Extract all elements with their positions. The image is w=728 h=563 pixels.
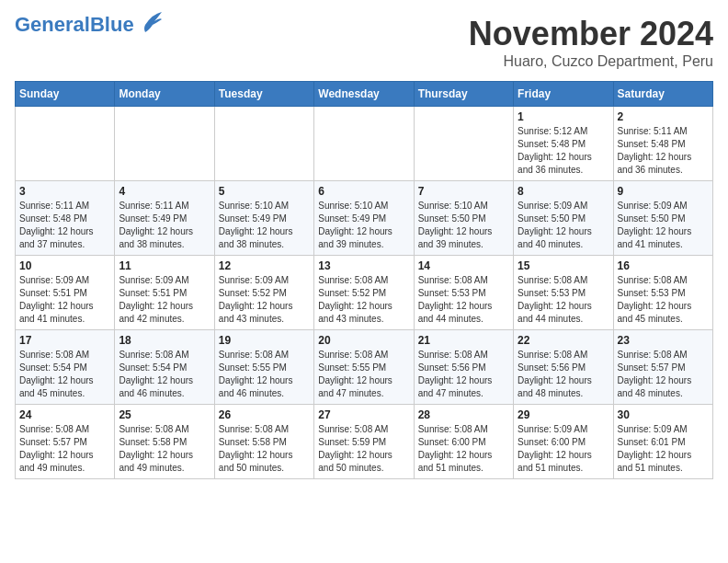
day-number: 23 (618, 334, 709, 347)
day-cell-27: 27Sunrise: 5:08 AM Sunset: 5:59 PM Dayli… (314, 405, 414, 479)
weekday-header-wednesday: Wednesday (314, 82, 414, 107)
day-number: 25 (119, 408, 210, 421)
day-number: 10 (19, 259, 110, 272)
day-cell-24: 24Sunrise: 5:08 AM Sunset: 5:57 PM Dayli… (16, 405, 115, 479)
day-number: 30 (618, 408, 709, 421)
day-cell-9: 9Sunrise: 5:09 AM Sunset: 5:50 PM Daylig… (613, 181, 712, 256)
day-info: Sunrise: 5:09 AM Sunset: 5:50 PM Dayligh… (618, 200, 709, 251)
day-cell-28: 28Sunrise: 5:08 AM Sunset: 6:00 PM Dayli… (414, 405, 513, 479)
day-info: Sunrise: 5:09 AM Sunset: 6:01 PM Dayligh… (618, 423, 709, 475)
title-block: November 2024 Huaro, Cuzco Department, P… (469, 15, 713, 70)
day-number: 14 (418, 259, 509, 272)
day-info: Sunrise: 5:11 AM Sunset: 5:49 PM Dayligh… (119, 200, 210, 251)
day-number: 24 (19, 408, 110, 421)
day-cell-2: 2Sunrise: 5:11 AM Sunset: 5:48 PM Daylig… (613, 107, 712, 181)
weekday-header-friday: Friday (514, 82, 613, 107)
day-number: 28 (418, 408, 509, 421)
day-number: 18 (119, 334, 210, 347)
day-info: Sunrise: 5:08 AM Sunset: 5:54 PM Dayligh… (19, 349, 110, 400)
day-number: 13 (318, 259, 409, 272)
weekday-header-thursday: Thursday (414, 82, 513, 107)
empty-cell (314, 107, 414, 181)
day-cell-18: 18Sunrise: 5:08 AM Sunset: 5:54 PM Dayli… (115, 330, 214, 405)
week-row-5: 24Sunrise: 5:08 AM Sunset: 5:57 PM Dayli… (16, 405, 713, 479)
week-row-1: 1Sunrise: 5:12 AM Sunset: 5:48 PM Daylig… (16, 107, 713, 181)
day-info: Sunrise: 5:08 AM Sunset: 5:56 PM Dayligh… (518, 349, 609, 400)
day-cell-3: 3Sunrise: 5:11 AM Sunset: 5:48 PM Daylig… (16, 181, 115, 256)
day-info: Sunrise: 5:08 AM Sunset: 5:59 PM Dayligh… (318, 423, 409, 475)
day-info: Sunrise: 5:08 AM Sunset: 5:55 PM Dayligh… (318, 349, 409, 400)
day-number: 19 (219, 334, 310, 347)
day-info: Sunrise: 5:08 AM Sunset: 5:55 PM Dayligh… (219, 349, 310, 400)
day-info: Sunrise: 5:09 AM Sunset: 5:51 PM Dayligh… (19, 274, 110, 326)
day-info: Sunrise: 5:08 AM Sunset: 5:57 PM Dayligh… (19, 423, 110, 475)
day-cell-12: 12Sunrise: 5:09 AM Sunset: 5:52 PM Dayli… (214, 256, 313, 330)
weekday-header-monday: Monday (115, 82, 214, 107)
day-info: Sunrise: 5:09 AM Sunset: 5:52 PM Dayligh… (219, 274, 310, 326)
day-cell-22: 22Sunrise: 5:08 AM Sunset: 5:56 PM Dayli… (514, 330, 613, 405)
day-info: Sunrise: 5:08 AM Sunset: 5:58 PM Dayligh… (119, 423, 210, 475)
day-cell-4: 4Sunrise: 5:11 AM Sunset: 5:49 PM Daylig… (115, 181, 214, 256)
day-number: 15 (518, 259, 609, 272)
day-info: Sunrise: 5:08 AM Sunset: 5:53 PM Dayligh… (418, 274, 509, 326)
day-info: Sunrise: 5:11 AM Sunset: 5:48 PM Dayligh… (618, 125, 709, 177)
day-info: Sunrise: 5:09 AM Sunset: 5:50 PM Dayligh… (518, 200, 609, 251)
weekday-header-tuesday: Tuesday (214, 82, 313, 107)
day-cell-15: 15Sunrise: 5:08 AM Sunset: 5:53 PM Dayli… (514, 256, 613, 330)
day-cell-25: 25Sunrise: 5:08 AM Sunset: 5:58 PM Dayli… (115, 405, 214, 479)
empty-cell (115, 107, 214, 181)
day-info: Sunrise: 5:10 AM Sunset: 5:49 PM Dayligh… (318, 200, 409, 251)
empty-cell (16, 107, 115, 181)
empty-cell (214, 107, 313, 181)
day-info: Sunrise: 5:08 AM Sunset: 5:52 PM Dayligh… (318, 274, 409, 326)
day-info: Sunrise: 5:08 AM Sunset: 5:58 PM Dayligh… (219, 423, 310, 475)
weekday-header-sunday: Sunday (16, 82, 115, 107)
day-number: 12 (219, 259, 310, 272)
day-number: 2 (618, 110, 709, 123)
day-cell-19: 19Sunrise: 5:08 AM Sunset: 5:55 PM Dayli… (214, 330, 313, 405)
day-number: 4 (119, 185, 210, 198)
day-info: Sunrise: 5:08 AM Sunset: 5:54 PM Dayligh… (119, 349, 210, 400)
day-info: Sunrise: 5:10 AM Sunset: 5:49 PM Dayligh… (219, 200, 310, 251)
logo: GeneralBlue (15, 15, 162, 35)
week-row-2: 3Sunrise: 5:11 AM Sunset: 5:48 PM Daylig… (16, 181, 713, 256)
day-cell-30: 30Sunrise: 5:09 AM Sunset: 6:01 PM Dayli… (613, 405, 712, 479)
day-cell-26: 26Sunrise: 5:08 AM Sunset: 5:58 PM Dayli… (214, 405, 313, 479)
month-title: November 2024 (469, 15, 713, 53)
location: Huaro, Cuzco Department, Peru (469, 53, 713, 70)
day-info: Sunrise: 5:08 AM Sunset: 6:00 PM Dayligh… (418, 423, 509, 475)
day-number: 9 (618, 185, 709, 198)
day-cell-20: 20Sunrise: 5:08 AM Sunset: 5:55 PM Dayli… (314, 330, 414, 405)
day-info: Sunrise: 5:11 AM Sunset: 5:48 PM Dayligh… (19, 200, 110, 251)
day-cell-11: 11Sunrise: 5:09 AM Sunset: 5:51 PM Dayli… (115, 256, 214, 330)
day-cell-16: 16Sunrise: 5:08 AM Sunset: 5:53 PM Dayli… (613, 256, 712, 330)
day-number: 17 (19, 334, 110, 347)
day-info: Sunrise: 5:10 AM Sunset: 5:50 PM Dayligh… (418, 200, 509, 251)
logo-bird-icon (136, 12, 162, 32)
day-number: 3 (19, 185, 110, 198)
day-info: Sunrise: 5:08 AM Sunset: 5:53 PM Dayligh… (518, 274, 609, 326)
day-number: 8 (518, 185, 609, 198)
day-cell-23: 23Sunrise: 5:08 AM Sunset: 5:57 PM Dayli… (613, 330, 712, 405)
week-row-4: 17Sunrise: 5:08 AM Sunset: 5:54 PM Dayli… (16, 330, 713, 405)
day-number: 16 (618, 259, 709, 272)
day-cell-13: 13Sunrise: 5:08 AM Sunset: 5:52 PM Dayli… (314, 256, 414, 330)
day-cell-7: 7Sunrise: 5:10 AM Sunset: 5:50 PM Daylig… (414, 181, 513, 256)
day-number: 29 (518, 408, 609, 421)
day-info: Sunrise: 5:09 AM Sunset: 5:51 PM Dayligh… (119, 274, 210, 326)
day-cell-21: 21Sunrise: 5:08 AM Sunset: 5:56 PM Dayli… (414, 330, 513, 405)
day-cell-17: 17Sunrise: 5:08 AM Sunset: 5:54 PM Dayli… (16, 330, 115, 405)
day-info: Sunrise: 5:09 AM Sunset: 6:00 PM Dayligh… (518, 423, 609, 475)
day-cell-8: 8Sunrise: 5:09 AM Sunset: 5:50 PM Daylig… (514, 181, 613, 256)
day-number: 26 (219, 408, 310, 421)
day-number: 7 (418, 185, 509, 198)
day-info: Sunrise: 5:08 AM Sunset: 5:56 PM Dayligh… (418, 349, 509, 400)
day-number: 27 (318, 408, 409, 421)
day-cell-6: 6Sunrise: 5:10 AM Sunset: 5:49 PM Daylig… (314, 181, 414, 256)
day-info: Sunrise: 5:08 AM Sunset: 5:53 PM Dayligh… (618, 274, 709, 326)
day-info: Sunrise: 5:12 AM Sunset: 5:48 PM Dayligh… (518, 125, 609, 177)
day-number: 5 (219, 185, 310, 198)
calendar-table: SundayMondayTuesdayWednesdayThursdayFrid… (15, 81, 713, 479)
day-info: Sunrise: 5:08 AM Sunset: 5:57 PM Dayligh… (618, 349, 709, 400)
day-cell-1: 1Sunrise: 5:12 AM Sunset: 5:48 PM Daylig… (514, 107, 613, 181)
